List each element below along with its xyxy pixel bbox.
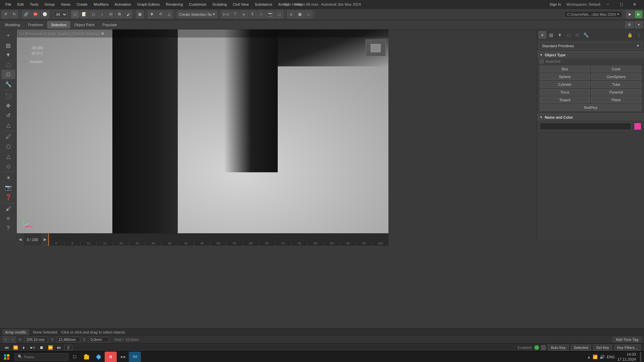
menu-create[interactable]: Create [74,2,90,7]
schematic-btn[interactable]: ▦ [296,10,304,18]
tool-rotate[interactable]: ↺ [1,111,15,120]
menu-scripting[interactable]: Scripting [210,2,229,7]
align-camera-btn[interactable]: 📷 [266,10,275,18]
3dsmax-btn[interactable]: 3M [129,352,141,362]
menu-file[interactable]: File [3,2,14,7]
circular-select-btn[interactable]: ○ [98,10,106,18]
tab-populate[interactable]: Populate [99,21,120,28]
menu-substance[interactable]: Substance [252,2,275,7]
show-desktop-btn[interactable] [640,352,641,362]
timeline-track[interactable]: 0 5 10 15 20 25 30 35 40 45 50 55 60 65 … [48,234,388,246]
create-selection-btn[interactable]: Create Selection Se ▾ [177,11,217,18]
coords-icon-2[interactable]: ○ [10,337,16,343]
obj-btn-torus[interactable]: Torus [540,89,590,96]
add-time-tag-btn[interactable]: Add Time Tag [613,337,641,342]
tool-question[interactable]: ? [1,224,15,233]
unlink-btn[interactable]: ⛔ [31,10,40,18]
tool-move[interactable]: ✥ [1,101,15,110]
tool-motion[interactable]: ◌ [1,60,15,69]
tool-geometry[interactable]: △ [1,152,15,161]
timeline-forward-btn[interactable]: ▶ [42,234,48,246]
filter-dropdown[interactable]: All [53,11,67,18]
tool-lights[interactable]: ☀ [1,173,15,182]
select-scale-btn[interactable]: △ [165,10,173,18]
tool-polygon[interactable]: ⬡ [1,142,15,151]
obj-btn-tube[interactable]: Tube [591,81,641,88]
mirror-btn[interactable]: ▷◁ [221,10,230,18]
obj-btn-plane[interactable]: Plane [591,97,641,103]
menu-animation[interactable]: Animation [112,2,134,7]
tray-lang[interactable]: ENG [607,355,615,359]
obj-btn-textplus[interactable]: TextPlus [540,104,641,111]
start-btn[interactable] [0,352,13,362]
viewport-plus-icon[interactable]: [+] [19,32,24,36]
align-btn[interactable]: ⊤ [231,10,239,18]
coords-icon-1[interactable]: □ [3,337,9,343]
yandex-btn[interactable]: Я [105,352,117,362]
viewport-settings-icon[interactable]: ⚙ [101,32,104,36]
tab-object-paint[interactable]: Object Paint [71,21,98,28]
obj-btn-cone[interactable]: Cone [591,66,641,72]
tool-utilities[interactable]: 🔧 [1,79,15,89]
mode-settings-btn[interactable]: ⚙ [625,21,633,28]
normal-align-btn[interactable]: ⇑ [249,10,257,18]
select-name-btn[interactable]: 📝 [80,10,89,18]
path-dropdown-icon[interactable]: ▾ [617,12,619,16]
select-move-btn[interactable]: ✥ [148,10,156,18]
tool-cameras[interactable]: 📷 [1,183,15,192]
set-key-btn[interactable]: Set Key [593,345,612,351]
y-value[interactable]: 12,465mm [57,337,80,342]
signin-btn[interactable]: Sign In [547,2,564,7]
menu-help[interactable]: Help [292,2,305,7]
mode-more-btn[interactable]: ▾ [635,21,643,28]
search-box[interactable]: 🔍 Поиск [15,353,68,361]
viewport[interactable]: [+] [Perspective] [High Quality] [Defaul… [17,29,388,233]
play-selected-btn[interactable]: ▶S [30,344,36,351]
tool-hierarchy[interactable]: ▼ [1,50,15,60]
x-value[interactable]: 209,10 mm [24,337,48,342]
autogrid-checkbox[interactable] [540,59,544,63]
key-filters-btn[interactable]: Key Filters... [614,345,641,351]
tool-helpers[interactable]: ❓ [1,192,15,202]
tool-stack[interactable]: ≡ [1,214,15,223]
auto-key-btn[interactable]: Auto Key [548,345,569,351]
browser-btn[interactable] [93,352,105,362]
select-link-btn[interactable]: 🔗 [22,10,31,18]
tab-modeling[interactable]: Modeling [1,21,24,28]
menu-civil-view[interactable]: Civil View [230,2,251,7]
prev-frame-btn[interactable]: ⏪ [12,344,19,351]
maximize-btn[interactable]: ⎕ [614,0,628,9]
z-value[interactable]: 0,0mm [89,337,109,342]
rpanel-lock-btn[interactable]: 🔒 [626,31,634,39]
obj-btn-cylinder[interactable]: Cylinder [540,81,590,88]
layer-mgr-btn[interactable]: ≡ [287,10,295,18]
primitives-category-dropdown[interactable]: Standard Primitives ▾ [539,42,642,49]
taskview-btn[interactable]: ☐ [68,352,80,362]
timeline-back-btn[interactable]: ◀ [17,234,23,246]
rpanel-tab-hierarchy[interactable]: ▼ [556,31,564,39]
color-swatch[interactable] [634,123,641,130]
undo-btn[interactable]: ↺ [1,10,9,18]
quick-render-btn[interactable]: ▶ [635,10,643,18]
tool-paint[interactable]: 🖌 [1,204,15,214]
rpanel-tab-utilities[interactable]: 🔧 [582,31,590,39]
rect-select-btn[interactable]: ◻ [89,10,97,18]
rpanel-tab-display[interactable]: □ [573,31,581,39]
place-highlight-btn[interactable]: ☆ [257,10,265,18]
obj-btn-pyramid[interactable]: Pyramid [591,89,641,96]
tool-create[interactable]: + [1,31,15,40]
tool-shapes[interactable]: ◇ [1,161,15,171]
go-to-end-btn[interactable]: ⏭ [56,344,62,351]
bind-to-space-btn[interactable]: ⚪ [41,10,49,18]
object-type-header[interactable]: ▼ Object Type [537,51,644,58]
taskbar-clock[interactable]: 14:33 17.11.2024 [618,352,636,362]
close-btn[interactable]: ✕ [628,0,641,9]
menu-rendering[interactable]: Rendering [163,2,186,7]
explorer-btn[interactable] [80,352,93,362]
tool-spline[interactable]: 🖊 [1,132,15,141]
redo-btn[interactable]: ↻ [10,10,18,18]
menu-views[interactable]: Views [58,2,73,7]
obj-btn-box[interactable]: Box [540,66,590,72]
menu-edit[interactable]: Edit [15,2,26,7]
rpanel-tab-modify[interactable]: ▧ [547,31,555,39]
